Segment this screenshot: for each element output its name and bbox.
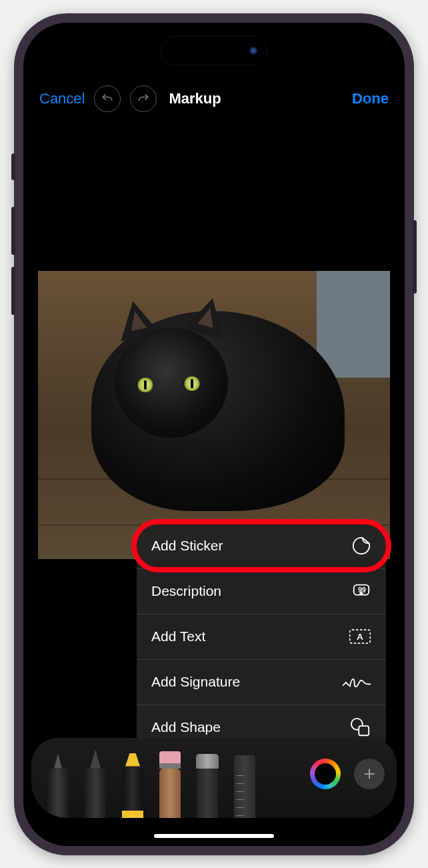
color-picker-button[interactable] <box>310 759 341 789</box>
menu-item-add-signature[interactable]: Add Signature <box>137 659 386 705</box>
tool-body <box>159 769 181 818</box>
screen: Cancel Markup Done Add Sticker <box>23 23 405 846</box>
redo-button[interactable] <box>130 85 157 112</box>
pencil-tool[interactable] <box>155 749 185 818</box>
photo-detail <box>183 376 201 391</box>
menu-item-description[interactable]: Description 99 <box>137 568 386 614</box>
home-indicator[interactable] <box>154 834 274 838</box>
pencil-eraser-icon <box>159 751 181 763</box>
shapes-icon <box>350 717 371 737</box>
add-button[interactable]: + <box>354 759 385 789</box>
menu-item-label: Description <box>151 583 351 599</box>
description-icon: 99 <box>351 581 371 601</box>
menu-item-label: Add Sticker <box>151 538 351 554</box>
markup-toolbar: Cancel Markup Done <box>23 81 405 116</box>
pen-tool[interactable] <box>43 749 73 818</box>
eraser-tool[interactable] <box>193 749 222 818</box>
pencil-band <box>159 763 181 769</box>
done-button[interactable]: Done <box>352 90 389 107</box>
felt-tip-icon <box>90 750 101 769</box>
marker-tip-icon <box>125 753 140 767</box>
volume-up-button <box>11 207 15 255</box>
menu-item-label: Add Signature <box>151 674 342 690</box>
cancel-button[interactable]: Cancel <box>39 90 85 107</box>
power-button <box>413 220 417 294</box>
dynamic-island <box>161 36 267 65</box>
tool-body <box>47 769 69 818</box>
menu-item-label: Add Shape <box>151 719 350 735</box>
tool-shelf: 80 + <box>31 738 397 818</box>
sticker-icon <box>351 536 371 556</box>
marker-band <box>122 811 143 818</box>
photo-detail <box>137 378 154 392</box>
page-title: Markup <box>169 90 221 107</box>
marker-tool[interactable]: 80 <box>118 749 147 818</box>
volume-down-button <box>11 267 15 315</box>
signature-icon <box>342 673 371 691</box>
photo-subject-head <box>115 328 228 438</box>
image-canvas[interactable] <box>38 271 390 559</box>
photo-wall <box>317 271 390 378</box>
redo-icon <box>137 92 150 105</box>
pen-tip-icon <box>54 754 62 769</box>
mute-switch <box>11 153 15 180</box>
svg-rect-5 <box>359 726 369 735</box>
undo-button[interactable] <box>94 85 121 112</box>
menu-item-add-text[interactable]: Add Text A <box>137 614 386 659</box>
menu-item-add-sticker[interactable]: Add Sticker <box>137 523 386 568</box>
undo-icon <box>101 92 114 105</box>
phone-frame: Cancel Markup Done Add Sticker <box>14 13 414 855</box>
plus-icon: + <box>363 763 375 785</box>
tool-body <box>197 769 218 818</box>
eraser-top-icon <box>196 754 219 769</box>
svg-text:A: A <box>357 632 363 642</box>
add-menu: Add Sticker Description 99 Add Text A Ad… <box>137 523 386 750</box>
text-icon: A <box>349 627 371 646</box>
ruler-ticks-icon <box>234 769 255 818</box>
felt-tool[interactable] <box>81 749 110 818</box>
svg-text:99: 99 <box>358 586 366 594</box>
menu-item-label: Add Text <box>151 628 349 644</box>
ruler-tool[interactable] <box>230 749 259 818</box>
tool-body <box>85 769 106 818</box>
